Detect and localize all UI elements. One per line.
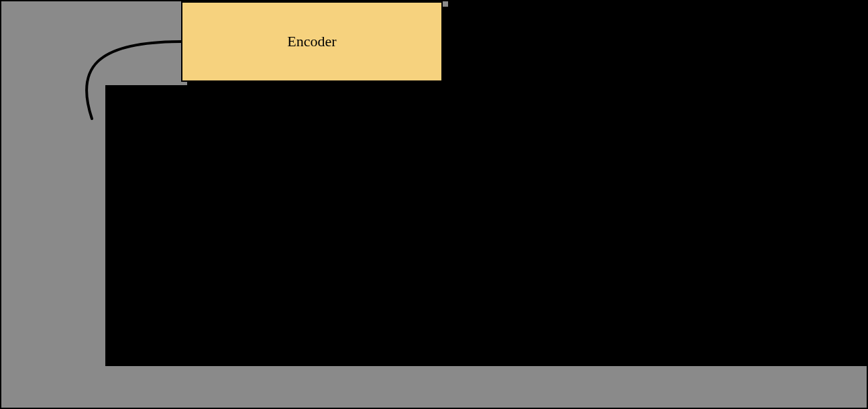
- encoder-label: Encoder: [287, 33, 336, 50]
- connector-curve: [1, 1, 203, 176]
- diagram-canvas: Encoder: [0, 0, 868, 409]
- black-main-panel: [105, 85, 867, 366]
- encoder-box: Encoder: [181, 1, 443, 82]
- black-top-strip: [448, 1, 867, 85]
